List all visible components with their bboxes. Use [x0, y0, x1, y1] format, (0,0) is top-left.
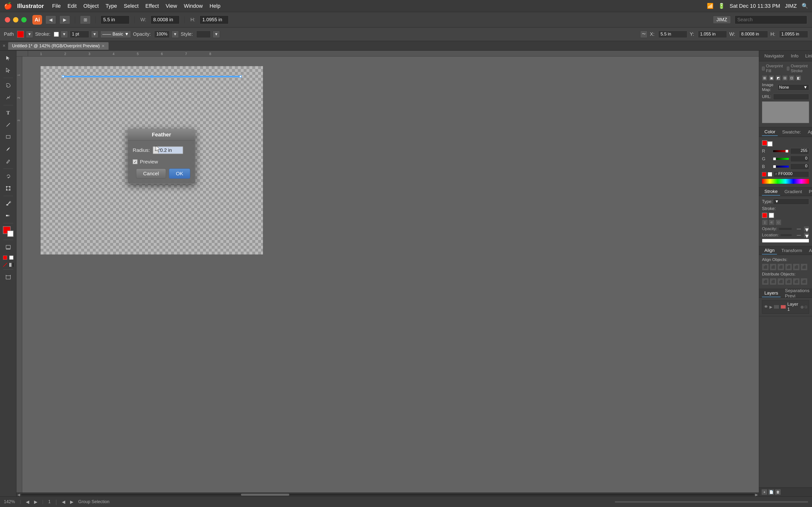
attr-icon-5[interactable]: ⊡ — [789, 75, 794, 80]
layer-selection-icon[interactable]: □ — [805, 305, 807, 309]
hscroll-track[interactable] — [21, 494, 754, 496]
paintbrush-tool[interactable] — [2, 144, 14, 155]
menu-effect[interactable]: Effect — [142, 2, 162, 10]
dist-left-btn[interactable]: ⬛ — [785, 278, 792, 285]
x-coord-field[interactable]: 5.5 in — [658, 31, 687, 38]
eyedropper-tool[interactable] — [2, 198, 14, 209]
scroll-right-btn[interactable]: ▶ — [755, 493, 758, 497]
menu-select[interactable]: Select — [120, 2, 142, 10]
g-slider[interactable] — [773, 158, 789, 160]
align-center-v-btn[interactable]: ⬛ — [793, 264, 800, 270]
artboard-nav-back[interactable]: ◀ — [62, 499, 65, 505]
delete-layer-btn[interactable]: 🗑 — [775, 489, 781, 495]
attr-icon-1[interactable]: ⊞ — [762, 75, 767, 80]
stroke-icon[interactable] — [9, 255, 14, 260]
r-slider-thumb[interactable] — [785, 150, 788, 153]
tab-links[interactable]: Links — [803, 52, 812, 60]
opacity-slider[interactable] — [779, 228, 792, 230]
tab-transform[interactable]: Transform — [779, 247, 805, 254]
r-value[interactable]: 255 — [790, 148, 809, 154]
attr-icon-4[interactable]: ⊟ — [782, 75, 788, 80]
gradient-stop-bar[interactable] — [762, 239, 809, 243]
make-sublayer-btn[interactable]: + — [761, 489, 767, 495]
align-right-btn[interactable]: ⬛ — [777, 264, 784, 270]
dist-top-btn[interactable]: ⬛ — [762, 278, 769, 285]
align-bottom-btn[interactable]: ⬛ — [801, 264, 807, 270]
layer-target-icon[interactable]: ◎ — [801, 305, 804, 309]
tab-color[interactable]: Color — [762, 128, 778, 136]
new-layer-btn[interactable]: 📄 — [768, 489, 774, 495]
menu-view[interactable]: View — [162, 2, 180, 10]
attr-icon-3[interactable]: ◩ — [775, 75, 781, 80]
image-map-dropdown[interactable]: None ▼ — [777, 84, 809, 91]
pencil-tool[interactable] — [2, 156, 14, 167]
tab-gradient[interactable]: Gradient — [782, 188, 805, 195]
type-tool[interactable]: T — [2, 107, 14, 118]
menu-edit[interactable]: Edit — [64, 2, 80, 10]
tab-layers[interactable]: Layers — [762, 289, 780, 297]
arrange-button[interactable]: ⊞ — [80, 15, 91, 24]
menu-help[interactable]: Help — [206, 2, 224, 10]
dist-bottom-btn[interactable]: ⬛ — [777, 278, 784, 285]
nav-back-button[interactable]: ◀ — [45, 15, 56, 24]
url-field[interactable] — [773, 94, 809, 100]
handle-br[interactable] — [239, 75, 242, 78]
fill-icon[interactable] — [2, 255, 8, 260]
layer-visibility-btn[interactable]: 👁 — [764, 305, 768, 309]
rotate-tool[interactable] — [2, 171, 14, 182]
menu-window[interactable]: Window — [181, 2, 206, 10]
scroll-left-status[interactable]: ◀ — [26, 499, 29, 505]
hscrollbar[interactable]: ◀ ▶ — [16, 493, 759, 496]
g-value[interactable]: 0 — [790, 156, 809, 162]
tab-stroke[interactable]: Stroke — [762, 188, 780, 195]
app-name[interactable]: Illustrator — [17, 3, 44, 9]
variable-width-icon[interactable]: 〜 — [640, 31, 648, 38]
stroke-options-icon[interactable]: ▼ — [61, 31, 68, 38]
b-value[interactable]: 0 — [790, 163, 809, 170]
menu-object[interactable]: Object — [80, 2, 102, 10]
location-slider[interactable] — [780, 234, 792, 236]
gradient-swatch-icon[interactable] — [9, 262, 14, 268]
w-coord-field[interactable]: 8.0008 in — [739, 31, 768, 38]
stroke-fill-swatch[interactable] — [762, 213, 767, 218]
opacity-field[interactable]: 100% — [154, 31, 170, 38]
color-swatches[interactable] — [3, 226, 13, 237]
attr-icon-6[interactable]: ◧ — [796, 75, 801, 80]
style-field[interactable] — [196, 31, 211, 38]
stroke-type-dropdown[interactable]: ▼ — [773, 199, 809, 205]
fill-options-icon[interactable]: ▼ — [26, 31, 33, 38]
opacity-icon[interactable]: ▼ — [171, 31, 179, 38]
rectangle-tool[interactable] — [2, 131, 14, 143]
direct-selection-tool[interactable] — [2, 65, 14, 76]
canvas-container[interactable]: 1 2 3 — [16, 56, 759, 493]
close-button[interactable] — [5, 17, 10, 22]
search-icon[interactable]: 🔍 — [802, 3, 808, 9]
tab-navigator[interactable]: Navigator — [762, 52, 786, 60]
active-stroke-swatch[interactable] — [767, 141, 773, 147]
layer-lock-btn[interactable]: ▶ — [769, 305, 772, 309]
scroll-left-btn[interactable]: ◀ — [17, 493, 20, 497]
radius-input[interactable] — [158, 146, 183, 154]
artboard-nav-fwd[interactable]: ▶ — [70, 499, 73, 505]
brush-definition-dropdown[interactable]: —— Basic ▼ — [100, 31, 131, 38]
line-tool[interactable] — [2, 119, 14, 130]
y-coord-field[interactable]: 1.055 in — [698, 31, 727, 38]
radius-spinbox[interactable]: − — [153, 146, 183, 154]
attr-icon-2[interactable]: ▣ — [769, 75, 774, 80]
search-input[interactable] — [735, 15, 807, 24]
hex-field[interactable]: # FF0000 — [773, 171, 809, 177]
lasso-tool[interactable] — [2, 80, 14, 91]
opacity-unit-icon[interactable]: ▼ — [804, 226, 809, 231]
handle-bl[interactable] — [62, 75, 64, 78]
spinbox-decrement[interactable]: − — [153, 146, 158, 154]
g-slider-thumb[interactable] — [773, 157, 776, 160]
dist-center-v-btn[interactable]: ⬛ — [770, 278, 776, 285]
fill-color-swatch[interactable] — [17, 31, 24, 38]
zoom-level[interactable]: 142% — [4, 499, 15, 504]
menu-file[interactable]: File — [49, 2, 64, 10]
align-left-btn[interactable]: ⬛ — [762, 264, 769, 270]
minimize-button[interactable] — [13, 17, 18, 22]
apple-menu[interactable]: 🍎 — [4, 2, 12, 10]
tab-close-button[interactable]: ✕ — [101, 44, 105, 48]
stroke-weight-icon[interactable]: ▼ — [91, 31, 98, 38]
